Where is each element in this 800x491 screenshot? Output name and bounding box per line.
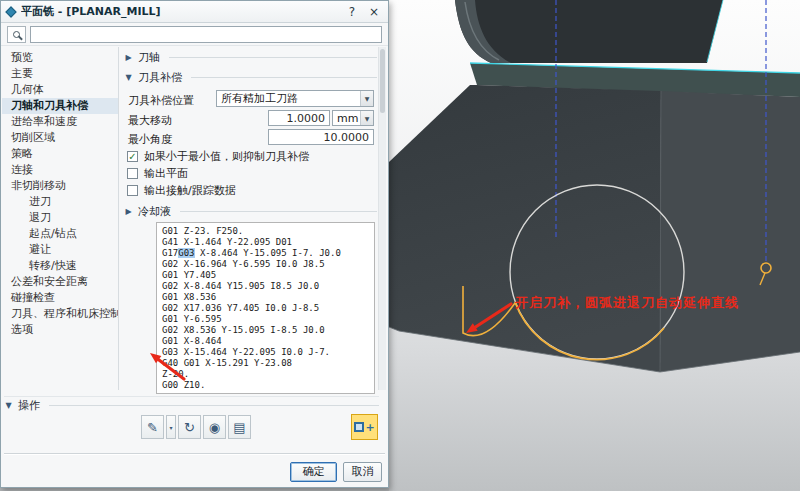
- expand-icon: ▶: [124, 207, 133, 216]
- gcode-line-7: G01 X8.536: [162, 292, 369, 303]
- expand-icon: ▶: [124, 53, 133, 62]
- list-toolpath-icon: ▤: [233, 420, 245, 435]
- ok-button[interactable]: 确定: [290, 462, 337, 482]
- checkbox-row-1[interactable]: ✓如果小于最小值，则抑制刀具补偿: [127, 148, 377, 165]
- nav-item-1[interactable]: 预览: [2, 50, 118, 66]
- nav-item-7[interactable]: 策略: [2, 146, 118, 162]
- gcode-line-9: G01 Y-6.595: [162, 314, 369, 325]
- generate-options-button[interactable]: ▾: [166, 415, 176, 439]
- verify-toolpath-button[interactable]: ◉: [203, 415, 226, 439]
- nav-item-3[interactable]: 几何体: [2, 82, 118, 98]
- content-scrollbar[interactable]: [378, 47, 386, 390]
- nav-item-16[interactable]: 碰撞检查: [2, 290, 118, 306]
- min-angle-label: 最小角度: [128, 132, 172, 147]
- replay-toolpath-button[interactable]: ↻: [178, 415, 201, 439]
- graphics-viewport[interactable]: 开启刀补，圆弧进退刀自动延伸直线: [389, 0, 800, 491]
- section-title: 刀具补偿: [138, 70, 182, 85]
- gcode-line-15: G00 Z10.: [162, 380, 369, 391]
- section-header-coolant[interactable]: ▶ 冷却液: [124, 203, 377, 220]
- min-angle-input[interactable]: [268, 129, 374, 145]
- nav-item-13[interactable]: 避让: [2, 242, 118, 258]
- checkbox-unchecked-icon[interactable]: [127, 168, 138, 179]
- checkbox-unchecked-icon[interactable]: [127, 185, 138, 196]
- chevron-down-icon[interactable]: ▼: [360, 91, 373, 106]
- application-root: 开启刀补，圆弧进退刀自动延伸直线 平面铣 - [PLANAR_MILL] ? ×…: [0, 0, 800, 491]
- max-move-label: 最大移动: [128, 113, 172, 128]
- dialog-titlebar[interactable]: 平面铣 - [PLANAR_MILL] ? ×: [1, 1, 388, 23]
- part-front-face-left: [389, 85, 661, 372]
- nav-item-11[interactable]: 退刀: [2, 210, 118, 226]
- gcode-token: X-8.464 Y-15.095 I-7. J0.0: [195, 248, 341, 258]
- nav-item-17[interactable]: 刀具、程序和机床控制: [2, 306, 118, 322]
- nav-item-2[interactable]: 主要: [2, 66, 118, 82]
- gcode-line-11: G01 X-8.464: [162, 336, 369, 347]
- part-3d-render: [389, 0, 800, 491]
- simulation-icon: [354, 422, 364, 432]
- dropdown-value: 所有精加工刀路: [217, 91, 360, 106]
- section-header-actions[interactable]: ▼ 操作: [4, 396, 379, 413]
- gcode-snippet-overlay: G01 Z-23. F250.G41 X-1.464 Y-22.095 D01G…: [156, 222, 375, 394]
- section-title: 操作: [18, 398, 40, 413]
- dropdown-value: mm: [333, 111, 360, 125]
- unit-dropdown[interactable]: mm ▼: [332, 110, 374, 126]
- plus-icon: +: [365, 421, 374, 434]
- max-move-input[interactable]: [268, 110, 330, 126]
- replay-toolpath-icon: ↻: [184, 420, 195, 435]
- checkbox-row-3[interactable]: 输出接触/跟踪数据: [127, 182, 377, 199]
- gcode-line-1: G01 Z-23. F250.: [162, 226, 369, 237]
- dialog-icon: [5, 6, 16, 17]
- search-input[interactable]: [30, 26, 382, 43]
- scrollbar-thumb[interactable]: [380, 49, 385, 113]
- dialog-title: 平面铣 - [PLANAR_MILL]: [21, 4, 338, 19]
- nav-item-18[interactable]: 选项: [2, 322, 118, 338]
- section-header-tool-comp[interactable]: ▼ 刀具补偿: [124, 69, 377, 86]
- simulation-button[interactable]: +: [351, 414, 378, 440]
- gcode-line-8: G02 X17.036 Y7.405 I0.0 J-8.5: [162, 303, 369, 314]
- gcode-line-10: G02 X8.536 Y-15.095 I-8.5 J0.0: [162, 325, 369, 336]
- checkbox-label: 输出接触/跟踪数据: [144, 183, 236, 198]
- search-button[interactable]: [7, 26, 26, 43]
- nav-item-10[interactable]: 进刀: [2, 194, 118, 210]
- checkbox-row-2[interactable]: 输出平面: [127, 165, 377, 182]
- gcode-line-12: G03 X-15.464 Y-22.095 I0.0 J-7.: [162, 347, 369, 358]
- part-front-face-right: [660, 91, 800, 372]
- checkbox-label: 如果小于最小值，则抑制刀具补偿: [144, 149, 309, 164]
- nav-item-9[interactable]: 非切削移动: [2, 178, 118, 194]
- nav-item-15[interactable]: 公差和安全距离: [2, 274, 118, 290]
- gcode-text: G01 Z-23. F250.G41 X-1.464 Y-22.095 D01G…: [162, 226, 369, 391]
- nav-list: 预览主要几何体刀轴和刀具补偿进给率和速度切削区域策略连接非切削移动进刀退刀起点/…: [2, 47, 119, 390]
- section-header-tool-axis[interactable]: ▶ 刀轴: [124, 49, 377, 66]
- section-title: 冷却液: [138, 204, 171, 219]
- nav-item-14[interactable]: 转移/快速: [2, 258, 118, 274]
- comp-location-dropdown[interactable]: 所有精加工刀路 ▼: [216, 90, 374, 107]
- gcode-line-4: G02 X-16.964 Y-6.595 I0.0 J8.5: [162, 259, 369, 270]
- nav-item-4[interactable]: 刀轴和刀具补偿: [2, 98, 118, 114]
- planar-mill-dialog: 平面铣 - [PLANAR_MILL] ? × 预览主要几何体刀轴和刀具补偿进给…: [0, 0, 389, 488]
- gcode-line-13: G40 G01 X-15.291 Y-23.08: [162, 358, 369, 369]
- generate-options-icon: ▾: [169, 424, 172, 431]
- cancel-button[interactable]: 取消: [343, 462, 382, 482]
- nav-item-8[interactable]: 连接: [2, 162, 118, 178]
- gcode-line-2: G41 X-1.464 Y-22.095 D01: [162, 237, 369, 248]
- list-toolpath-button[interactable]: ▤: [228, 415, 251, 439]
- nav-item-6[interactable]: 切削区域: [2, 130, 118, 146]
- action-icon-group: ✎▾↻◉▤: [141, 415, 251, 439]
- gcode-line-5: G01 Y7.405: [162, 270, 369, 281]
- help-button[interactable]: ?: [344, 4, 360, 20]
- toolpath-annotation-note: 开启刀补，圆弧进退刀自动延伸直线: [515, 294, 739, 312]
- close-button[interactable]: ×: [366, 4, 382, 20]
- gcode-token: G17: [162, 248, 178, 258]
- nav-item-12[interactable]: 起点/钻点: [2, 226, 118, 242]
- section-title: 刀轴: [138, 50, 160, 65]
- comp-location-label: 刀具补偿位置: [128, 93, 194, 108]
- footer-divider: [4, 453, 385, 455]
- expand-icon: ▼: [124, 73, 133, 82]
- gcode-line-6: G02 X-8.464 Y15.905 I8.5 J0.0: [162, 281, 369, 292]
- checkbox-label: 输出平面: [144, 166, 188, 181]
- checkbox-checked-icon[interactable]: ✓: [127, 151, 138, 162]
- gcode-line-3: G17G03 X-8.464 Y-15.095 I-7. J0.0: [162, 248, 369, 259]
- chevron-down-icon[interactable]: ▼: [360, 111, 373, 125]
- gcode-highlighted-token: G03: [178, 248, 194, 258]
- nav-item-5[interactable]: 进给率和速度: [2, 114, 118, 130]
- generate-toolpath-button[interactable]: ✎: [141, 415, 164, 439]
